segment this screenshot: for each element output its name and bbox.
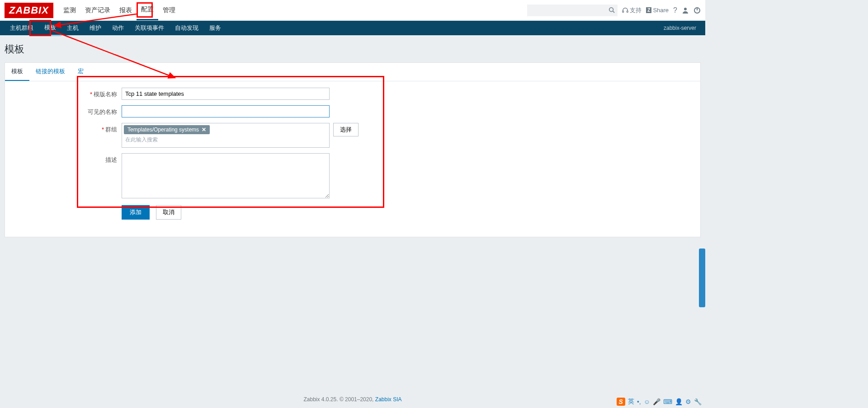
group-tag[interactable]: Templates/Operating systems✕ xyxy=(124,125,210,134)
group-tagbox[interactable]: Templates/Operating systems✕ 在此输入搜索 xyxy=(122,123,330,148)
group-hint: 在此输入搜索 xyxy=(124,134,327,145)
topnav-inventory[interactable]: 资产记录 xyxy=(80,1,115,20)
search-input[interactable] xyxy=(527,5,618,16)
add-button[interactable]: 添加 xyxy=(122,205,150,220)
form-area: *模版名称 可见的名称 *群组 Templates/Operating syst… xyxy=(5,81,700,237)
ime-badge-icon[interactable]: S xyxy=(617,398,625,406)
server-name: zabbix-server xyxy=(664,25,701,31)
subnav-hostgroups[interactable]: 主机群组 xyxy=(5,21,39,35)
label-group: 群组 xyxy=(105,126,117,133)
ime-tools-icon[interactable]: 🔧 xyxy=(694,398,702,405)
volume-widget[interactable] xyxy=(699,249,705,307)
tabs: 模板 链接的模板 宏 xyxy=(5,63,700,81)
top-nav: ZABBIX 监测 资产记录 报表 配置 管理 支持 Z Share ? xyxy=(0,0,705,21)
subnav-hosts[interactable]: 主机 xyxy=(61,21,84,35)
label-visible: 可见的名称 xyxy=(88,108,117,115)
tab-macros[interactable]: 宏 xyxy=(71,63,90,81)
headset-icon xyxy=(622,7,628,14)
svg-point-4 xyxy=(684,8,687,10)
select-group-button[interactable]: 选择 xyxy=(333,123,359,136)
ime-lang[interactable]: 英 xyxy=(628,398,634,406)
subnav-maintenance[interactable]: 维护 xyxy=(84,21,107,35)
label-name: 模版名称 xyxy=(94,91,117,98)
topnav-reports[interactable]: 报表 xyxy=(115,1,137,20)
topnav-configuration[interactable]: 配置 xyxy=(137,0,158,20)
topnav-monitoring[interactable]: 监测 xyxy=(59,1,80,20)
ime-user-icon[interactable]: 👤 xyxy=(675,398,683,405)
svg-line-1 xyxy=(613,11,615,13)
svg-rect-3 xyxy=(627,10,628,12)
sub-nav: 主机群组 模板 主机 维护 动作 关联项事件 自动发现 服务 zabbix-se… xyxy=(0,21,705,35)
support-label: 支持 xyxy=(630,6,642,14)
topnav-administration[interactable]: 管理 xyxy=(158,1,180,20)
ime-mic-icon[interactable]: 🎤 xyxy=(653,398,660,405)
label-desc: 描述 xyxy=(105,156,117,163)
tab-template[interactable]: 模板 xyxy=(5,63,29,81)
ime-toolbar[interactable]: S 英 •, ☺ 🎤 ⌨ 👤 ⚙ 🔧 xyxy=(617,398,702,406)
subnav-services[interactable]: 服务 xyxy=(204,21,226,35)
subnav-actions[interactable]: 动作 xyxy=(107,21,129,35)
tab-linked[interactable]: 链接的模板 xyxy=(29,63,71,81)
description-textarea[interactable] xyxy=(122,153,330,198)
support-link[interactable]: 支持 xyxy=(622,6,642,14)
ime-punct-icon[interactable]: •, xyxy=(637,398,641,405)
share-label: Share xyxy=(653,7,669,14)
help-icon[interactable]: ? xyxy=(673,6,677,14)
form-panel: 模板 链接的模板 宏 *模版名称 可见的名称 *群组 Templates/Ope… xyxy=(5,62,701,237)
footer: Zabbix 4.0.25. © 2001–2020, Zabbix SIA xyxy=(0,396,705,403)
ime-smiley-icon[interactable]: ☺ xyxy=(644,398,650,405)
visible-name-input[interactable] xyxy=(122,105,330,117)
power-icon[interactable] xyxy=(693,7,701,14)
cancel-button[interactable]: 取消 xyxy=(156,205,181,220)
subnav-templates[interactable]: 模板 xyxy=(39,20,61,36)
subnav-correlation[interactable]: 关联项事件 xyxy=(129,21,170,35)
svg-point-0 xyxy=(609,7,613,11)
ime-settings-icon[interactable]: ⚙ xyxy=(685,398,691,405)
search-icon[interactable] xyxy=(609,7,615,13)
user-icon[interactable] xyxy=(682,7,689,14)
remove-tag-icon[interactable]: ✕ xyxy=(202,127,206,133)
svg-rect-2 xyxy=(623,10,624,12)
footer-link[interactable]: Zabbix SIA xyxy=(375,396,402,403)
share-link[interactable]: Z Share xyxy=(646,7,669,14)
search-wrap xyxy=(527,5,618,16)
template-name-input[interactable] xyxy=(122,88,330,100)
subnav-discovery[interactable]: 自动发现 xyxy=(170,21,204,35)
z-icon: Z xyxy=(646,7,651,13)
logo[interactable]: ZABBIX xyxy=(5,3,53,18)
ime-keyboard-icon[interactable]: ⌨ xyxy=(663,398,672,405)
page-title: 模板 xyxy=(0,35,705,62)
